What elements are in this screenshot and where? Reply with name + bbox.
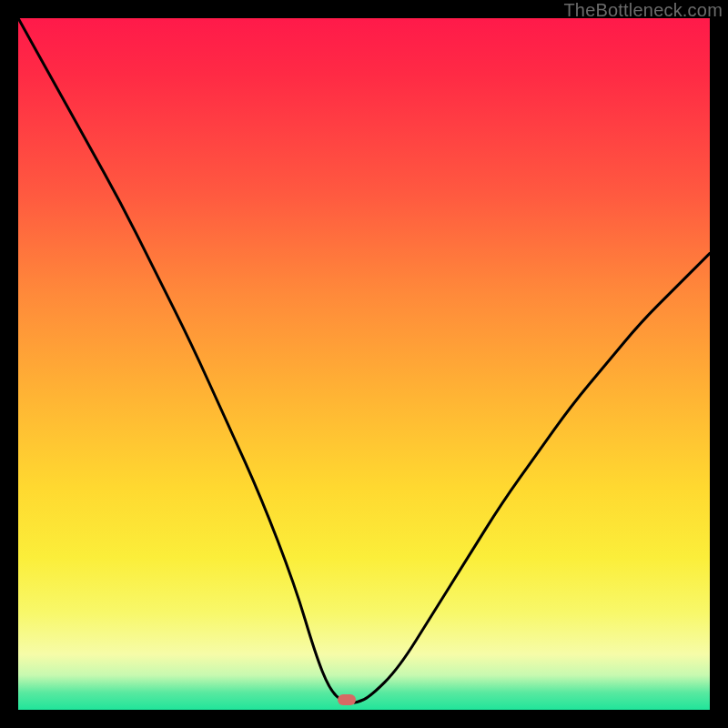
chart-stage: TheBottleneck.com	[0, 0, 728, 728]
bottleneck-curve	[18, 18, 710, 710]
plot-area	[18, 18, 710, 710]
optimal-point-marker	[338, 694, 356, 705]
curve-path	[18, 18, 710, 703]
